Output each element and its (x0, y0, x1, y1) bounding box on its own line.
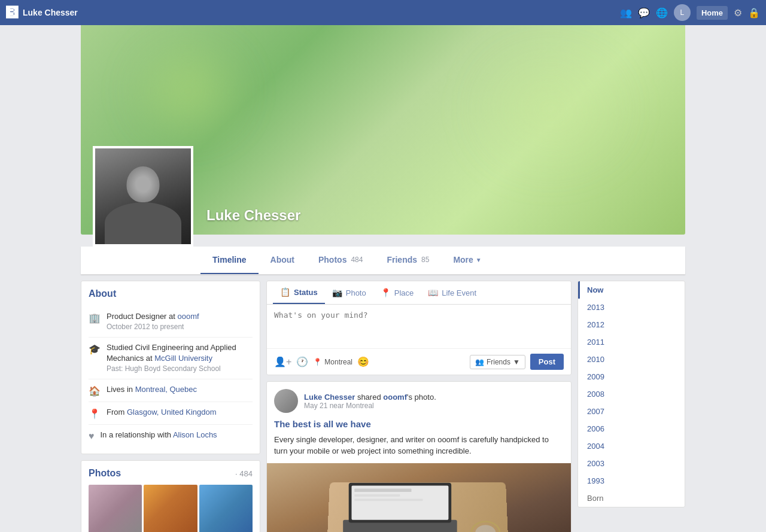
map-pin-icon: 📍 (313, 358, 322, 366)
mcgill-link[interactable]: McGill University (154, 354, 212, 363)
photo-thumb-3[interactable] (199, 485, 253, 532)
photo-thumb-1[interactable] (89, 485, 142, 532)
tab-more[interactable]: More ▼ (441, 247, 493, 274)
about-card: About 🏢 Product Designer at ooomf Octobe… (81, 281, 260, 454)
tab-photos[interactable]: Photos 484 (306, 247, 375, 274)
about-education: 🎓 Studied Civil Engineering and Applied … (89, 338, 253, 379)
location-tag[interactable]: 📍 Montreal (313, 358, 352, 366)
post-author-avatar[interactable] (274, 389, 298, 413)
timeline-2009[interactable]: 2009 (578, 368, 685, 385)
profile-tabs: Timeline About Photos 484 Friends 85 Mor… (81, 247, 685, 275)
more-dropdown-icon: ▼ (476, 257, 482, 263)
timeline-2003[interactable]: 2003 (578, 455, 685, 472)
work-dates: October 2012 to present (107, 322, 199, 332)
facebook-logo[interactable]: 🅱 (6, 6, 18, 20)
friends-icon: 👥 (475, 358, 484, 366)
life-event-icon: 📖 (428, 288, 438, 297)
montreal-link[interactable]: Montreal, Quebec (135, 385, 197, 394)
status-tab[interactable]: 📋 Status (273, 281, 325, 304)
svg-point-8 (475, 525, 496, 532)
emoji-icon[interactable]: 😊 (357, 356, 369, 367)
work-icon: 🏢 (89, 312, 101, 324)
post-description: Every single developer, designer, and wr… (274, 435, 549, 456)
messages-nav-icon[interactable]: 💬 (638, 7, 650, 19)
timeline-2012[interactable]: 2012 (578, 316, 685, 333)
home-icon: 🏠 (89, 385, 101, 397)
post-button[interactable]: Post (530, 354, 564, 370)
top-navigation: 🅱 Luke Chesser 👥 💬 🌐 L Home ⚙ 🔒 (0, 0, 766, 25)
timeline-2006[interactable]: 2006 (578, 420, 685, 437)
photos-grid (89, 485, 253, 532)
partner-link[interactable]: Alison Lochs (173, 430, 217, 439)
about-from: 📍 From Glasgow, United Kingdom (89, 402, 253, 425)
svg-rect-6 (354, 498, 422, 501)
place-tab[interactable]: 📍 Place (373, 281, 421, 304)
post-author-info: Luke Chesser shared ooomf's photo. (304, 393, 436, 402)
timeline-1993[interactable]: 1993 (578, 472, 685, 490)
timeline-2004[interactable]: 2004 (578, 437, 685, 455)
location-icon: 📍 (89, 408, 101, 419)
education-icon: 🎓 (89, 343, 101, 355)
ooomf-link[interactable]: ooomf (178, 312, 199, 321)
left-sidebar: About 🏢 Product Designer at ooomf Octobe… (81, 281, 260, 532)
ooomf-post-link[interactable]: ooomf (383, 393, 407, 402)
audience-selector[interactable]: 👥 Friends ▼ (470, 355, 525, 369)
feed-post: Luke Chesser shared ooomf's photo. May 2… (266, 381, 572, 532)
place-icon: 📍 (381, 288, 391, 297)
about-work: 🏢 Product Designer at ooomf October 2012… (89, 306, 253, 338)
svg-rect-4 (354, 488, 411, 492)
status-icon: 📋 (280, 287, 290, 297)
audience-dropdown-icon: ▼ (513, 358, 520, 366)
settings-icon[interactable]: ⚙ (734, 7, 742, 19)
composer-footer: 👤+ 🕐 📍 Montreal 😊 👥 Friends ▼ (267, 348, 571, 375)
timeline-2007[interactable]: 2007 (578, 403, 685, 420)
photo-tab[interactable]: 📷 Photo (325, 281, 373, 304)
timeline-2008[interactable]: 2008 (578, 385, 685, 403)
life-event-tab[interactable]: 📖 Life Event (421, 281, 484, 304)
about-lives: 🏠 Lives in Montreal, Quebec (89, 379, 253, 402)
timeline-2011[interactable]: 2011 (578, 333, 685, 351)
post-author-link[interactable]: Luke Chesser (304, 393, 355, 402)
about-title: About (89, 288, 253, 299)
photos-card: Photos · 484 (81, 460, 260, 532)
globe-nav-icon[interactable]: 🌐 (656, 7, 668, 19)
nav-username: Luke Chesser (23, 8, 78, 17)
timeline-nav: Now 2013 2012 2011 2010 2009 (577, 281, 685, 507)
timeline-2013[interactable]: 2013 (578, 299, 685, 316)
post-image-svg (297, 469, 525, 533)
lock-icon[interactable]: 🔒 (748, 7, 760, 19)
past-school: Past: Hugh Boyd Secondary School (107, 364, 253, 374)
heart-icon: ♥ (89, 431, 95, 442)
photo-thumb-2[interactable] (144, 485, 197, 532)
photos-count: · 484 (235, 469, 253, 478)
post-image[interactable] (267, 463, 571, 533)
photo-icon: 📷 (332, 288, 342, 297)
post-header: Luke Chesser shared ooomf's photo. May 2… (267, 382, 571, 418)
svg-rect-5 (354, 494, 400, 496)
timeline-born[interactable]: Born (578, 490, 685, 507)
glasgow-link[interactable]: Glasgow, United Kingdom (127, 408, 217, 417)
post-title: The best is all we have (274, 418, 564, 431)
tab-timeline[interactable]: Timeline (200, 247, 259, 274)
composer-input[interactable] (267, 305, 571, 346)
friends-nav-icon[interactable]: 👥 (620, 7, 632, 19)
profile-photo[interactable] (93, 146, 193, 247)
post-composer: 📋 Status 📷 Photo 📍 Place 📖 (266, 281, 572, 375)
tag-people-icon[interactable]: 👤+ (274, 356, 291, 367)
tab-about[interactable]: About (259, 247, 306, 274)
right-sidebar: Now 2013 2012 2011 2010 2009 (577, 281, 685, 532)
composer-tabs: 📋 Status 📷 Photo 📍 Place 📖 (267, 281, 571, 305)
tab-friends[interactable]: Friends 85 (375, 247, 441, 274)
cover-photo: Luke Chesser (81, 25, 685, 235)
home-link[interactable]: Home (697, 6, 728, 20)
post-timestamp: May 21 near Montreal (304, 402, 436, 410)
post-body: The best is all we have Every single dev… (267, 418, 571, 463)
profile-name-cover: Luke Chesser (206, 207, 300, 224)
activity-icon[interactable]: 🕐 (296, 356, 308, 367)
main-feed: 📋 Status 📷 Photo 📍 Place 📖 (266, 281, 572, 532)
photos-title: Photos (89, 468, 121, 479)
about-relationship: ♥ In a relationship with Alison Lochs (89, 425, 253, 446)
timeline-now[interactable]: Now (578, 281, 685, 299)
user-avatar-nav[interactable]: L (674, 4, 691, 21)
timeline-2010[interactable]: 2010 (578, 351, 685, 368)
